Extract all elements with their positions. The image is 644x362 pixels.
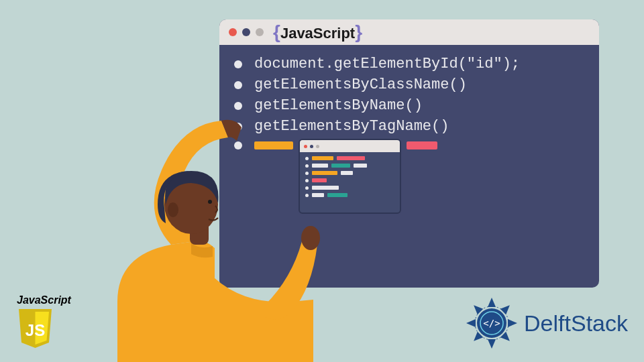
code-text: document.getElementById("id"); [254, 56, 520, 72]
delftstack-logo: </> DelftStack [465, 296, 628, 350]
js-logo-label: JavaScript [17, 294, 71, 306]
js-shield-icon: JS [17, 308, 54, 349]
bar-pink [407, 141, 437, 149]
bullet-icon [234, 60, 242, 68]
bullet-icon [234, 81, 242, 89]
traffic-light-gray-icon [256, 28, 264, 36]
svg-point-4 [208, 200, 212, 204]
code-line: getElementsByClassName() [234, 76, 584, 93]
js-badge-text: JS [25, 321, 45, 339]
traffic-light-red-icon [229, 28, 237, 36]
decorative-bars-right [407, 141, 437, 149]
code-line: document.getElementById("id"); [234, 56, 584, 72]
svg-point-3 [168, 202, 178, 217]
brace-close-icon: } [355, 21, 362, 42]
person-illustration [91, 104, 345, 362]
delftstack-text: DelftStack [524, 310, 628, 337]
svg-point-0 [301, 226, 320, 250]
javascript-logo: JavaScript JS [17, 294, 71, 352]
window-titlebar: {JavaScript} [219, 19, 599, 45]
window-title: {JavaScript} [273, 21, 362, 43]
delftstack-badge-icon: </> [465, 296, 519, 350]
svg-text:</>: </> [483, 318, 500, 328]
brace-open-icon: { [273, 21, 280, 42]
traffic-light-navy-icon [242, 28, 250, 36]
window-title-text: JavaScript [280, 25, 355, 42]
code-text: getElementsByClassName() [254, 76, 467, 93]
